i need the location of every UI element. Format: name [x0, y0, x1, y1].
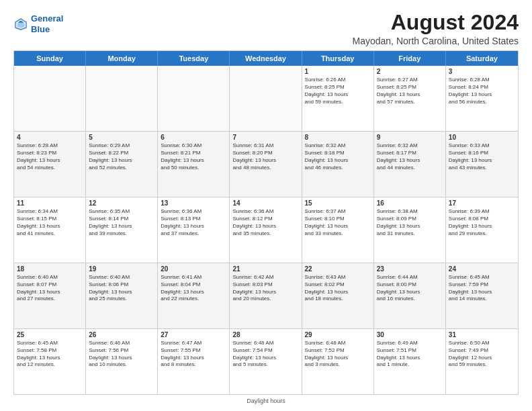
calendar-cell: 9Sunrise: 6:32 AMSunset: 8:17 PMDaylight…	[374, 132, 446, 197]
calendar-cell: 8Sunrise: 6:32 AMSunset: 8:18 PMDaylight…	[302, 132, 374, 197]
calendar-cell: 20Sunrise: 6:41 AMSunset: 8:04 PMDayligh…	[158, 263, 230, 328]
day-number: 7	[232, 134, 298, 141]
cell-info: Sunrise: 6:40 AMSunset: 8:07 PMDaylight:…	[17, 274, 83, 303]
calendar-cell: 17Sunrise: 6:39 AMSunset: 8:08 PMDayligh…	[446, 197, 518, 263]
calendar-header-friday: Friday	[374, 51, 446, 66]
calendar-cell: 2Sunrise: 6:27 AMSunset: 8:25 PMDaylight…	[374, 66, 446, 131]
calendar: SundayMondayTuesdayWednesdayThursdayFrid…	[13, 50, 519, 395]
calendar-week-1: 1Sunrise: 6:26 AMSunset: 8:25 PMDaylight…	[14, 66, 518, 132]
calendar-header-monday: Monday	[86, 51, 158, 66]
calendar-week-3: 11Sunrise: 6:34 AMSunset: 8:15 PMDayligh…	[14, 197, 518, 263]
calendar-header-saturday: Saturday	[446, 51, 518, 66]
cell-info: Sunrise: 6:45 AMSunset: 7:58 PMDaylight:…	[17, 340, 83, 369]
calendar-cell: 25Sunrise: 6:45 AMSunset: 7:58 PMDayligh…	[14, 329, 86, 394]
cell-info: Sunrise: 6:36 AMSunset: 8:12 PMDaylight:…	[232, 208, 298, 237]
logo-line1: General	[31, 13, 63, 24]
day-number: 15	[305, 199, 371, 207]
cell-info: Sunrise: 6:39 AMSunset: 8:08 PMDaylight:…	[449, 208, 515, 237]
calendar-header-tuesday: Tuesday	[158, 51, 230, 66]
calendar-cell: 22Sunrise: 6:43 AMSunset: 8:02 PMDayligh…	[302, 263, 374, 328]
calendar-header-wednesday: Wednesday	[230, 51, 302, 66]
cell-info: Sunrise: 6:34 AMSunset: 8:15 PMDaylight:…	[17, 208, 83, 237]
cell-info: Sunrise: 6:48 AMSunset: 7:54 PMDaylight:…	[232, 340, 298, 369]
calendar-cell	[14, 66, 86, 131]
cell-info: Sunrise: 6:28 AMSunset: 8:23 PMDaylight:…	[17, 142, 83, 171]
day-number: 17	[449, 199, 515, 207]
cell-info: Sunrise: 6:45 AMSunset: 7:59 PMDaylight:…	[449, 274, 515, 303]
cell-info: Sunrise: 6:46 AMSunset: 7:56 PMDaylight:…	[89, 340, 154, 369]
cell-info: Sunrise: 6:37 AMSunset: 8:10 PMDaylight:…	[305, 208, 371, 237]
calendar-cell: 13Sunrise: 6:36 AMSunset: 8:13 PMDayligh…	[158, 197, 230, 263]
cell-info: Sunrise: 6:36 AMSunset: 8:13 PMDaylight:…	[161, 208, 226, 237]
calendar-cell: 16Sunrise: 6:38 AMSunset: 8:09 PMDayligh…	[374, 197, 446, 263]
day-number: 29	[305, 331, 371, 338]
day-number: 16	[377, 199, 443, 207]
day-number: 12	[89, 199, 154, 207]
cell-info: Sunrise: 6:32 AMSunset: 8:18 PMDaylight:…	[305, 142, 371, 171]
cell-info: Sunrise: 6:40 AMSunset: 8:06 PMDaylight:…	[89, 274, 154, 303]
calendar-cell: 4Sunrise: 6:28 AMSunset: 8:23 PMDaylight…	[14, 132, 86, 197]
day-number: 31	[449, 331, 515, 338]
calendar-cell: 19Sunrise: 6:40 AMSunset: 8:06 PMDayligh…	[86, 263, 158, 328]
calendar-cell: 1Sunrise: 6:26 AMSunset: 8:25 PMDaylight…	[302, 66, 374, 131]
calendar-week-4: 18Sunrise: 6:40 AMSunset: 8:07 PMDayligh…	[14, 263, 518, 329]
calendar-cell: 27Sunrise: 6:47 AMSunset: 7:55 PMDayligh…	[158, 329, 230, 394]
cell-info: Sunrise: 6:50 AMSunset: 7:49 PMDaylight:…	[449, 340, 515, 369]
cell-info: Sunrise: 6:30 AMSunset: 8:21 PMDaylight:…	[161, 142, 226, 171]
day-number: 1	[305, 68, 371, 75]
footer-note: Daylight hours	[13, 398, 519, 404]
calendar-cell: 11Sunrise: 6:34 AMSunset: 8:15 PMDayligh…	[14, 197, 86, 263]
cell-info: Sunrise: 6:28 AMSunset: 8:24 PMDaylight:…	[449, 77, 515, 105]
calendar-cell: 18Sunrise: 6:40 AMSunset: 8:07 PMDayligh…	[14, 263, 86, 328]
calendar-header-sunday: Sunday	[14, 51, 86, 66]
calendar-cell: 29Sunrise: 6:48 AMSunset: 7:52 PMDayligh…	[302, 329, 374, 394]
calendar-cell: 7Sunrise: 6:31 AMSunset: 8:20 PMDaylight…	[230, 132, 302, 197]
day-number: 2	[377, 68, 443, 75]
day-number: 20	[161, 265, 226, 273]
calendar-cell: 14Sunrise: 6:36 AMSunset: 8:12 PMDayligh…	[230, 197, 302, 263]
cell-info: Sunrise: 6:35 AMSunset: 8:14 PMDaylight:…	[89, 208, 154, 237]
calendar-cell	[158, 66, 230, 131]
cell-info: Sunrise: 6:38 AMSunset: 8:09 PMDaylight:…	[377, 208, 443, 237]
calendar-body: 1Sunrise: 6:26 AMSunset: 8:25 PMDaylight…	[14, 66, 518, 394]
calendar-cell	[86, 66, 158, 131]
calendar-cell: 10Sunrise: 6:33 AMSunset: 8:16 PMDayligh…	[446, 132, 518, 197]
main-title: August 2024	[353, 11, 519, 34]
day-number: 19	[89, 265, 154, 273]
calendar-cell: 3Sunrise: 6:28 AMSunset: 8:24 PMDaylight…	[446, 66, 518, 131]
cell-info: Sunrise: 6:41 AMSunset: 8:04 PMDaylight:…	[161, 274, 226, 303]
day-number: 24	[449, 265, 515, 273]
calendar-cell: 30Sunrise: 6:49 AMSunset: 7:51 PMDayligh…	[374, 329, 446, 394]
cell-info: Sunrise: 6:27 AMSunset: 8:25 PMDaylight:…	[377, 77, 443, 105]
day-number: 5	[89, 134, 154, 141]
day-number: 22	[305, 265, 371, 273]
calendar-cell: 26Sunrise: 6:46 AMSunset: 7:56 PMDayligh…	[86, 329, 158, 394]
cell-info: Sunrise: 6:29 AMSunset: 8:22 PMDaylight:…	[89, 142, 154, 171]
calendar-cell: 21Sunrise: 6:42 AMSunset: 8:03 PMDayligh…	[230, 263, 302, 328]
calendar-cell: 12Sunrise: 6:35 AMSunset: 8:14 PMDayligh…	[86, 197, 158, 263]
calendar-cell: 6Sunrise: 6:30 AMSunset: 8:21 PMDaylight…	[158, 132, 230, 197]
day-number: 10	[449, 134, 515, 141]
page: General Blue August 2024 Mayodan, North …	[0, 0, 532, 411]
calendar-cell	[230, 66, 302, 131]
day-number: 26	[89, 331, 154, 338]
calendar-week-2: 4Sunrise: 6:28 AMSunset: 8:23 PMDaylight…	[14, 132, 518, 197]
day-number: 8	[305, 134, 371, 141]
cell-info: Sunrise: 6:31 AMSunset: 8:20 PMDaylight:…	[232, 142, 298, 171]
day-number: 6	[161, 134, 226, 141]
cell-info: Sunrise: 6:48 AMSunset: 7:52 PMDaylight:…	[305, 340, 371, 369]
cell-info: Sunrise: 6:44 AMSunset: 8:00 PMDaylight:…	[377, 274, 443, 303]
cell-info: Sunrise: 6:32 AMSunset: 8:17 PMDaylight:…	[377, 142, 443, 171]
day-number: 18	[17, 265, 83, 273]
footer-text: Daylight hours	[247, 398, 285, 404]
cell-info: Sunrise: 6:43 AMSunset: 8:02 PMDaylight:…	[305, 274, 371, 303]
cell-info: Sunrise: 6:26 AMSunset: 8:25 PMDaylight:…	[305, 77, 371, 105]
day-number: 4	[17, 134, 83, 141]
subtitle: Mayodan, North Carolina, United States	[353, 36, 519, 46]
day-number: 25	[17, 331, 83, 338]
calendar-cell: 15Sunrise: 6:37 AMSunset: 8:10 PMDayligh…	[302, 197, 374, 263]
calendar-week-5: 25Sunrise: 6:45 AMSunset: 7:58 PMDayligh…	[14, 329, 518, 394]
header: General Blue August 2024 Mayodan, North …	[13, 11, 519, 46]
calendar-cell: 24Sunrise: 6:45 AMSunset: 7:59 PMDayligh…	[446, 263, 518, 328]
logo-text: General Blue	[31, 13, 63, 34]
